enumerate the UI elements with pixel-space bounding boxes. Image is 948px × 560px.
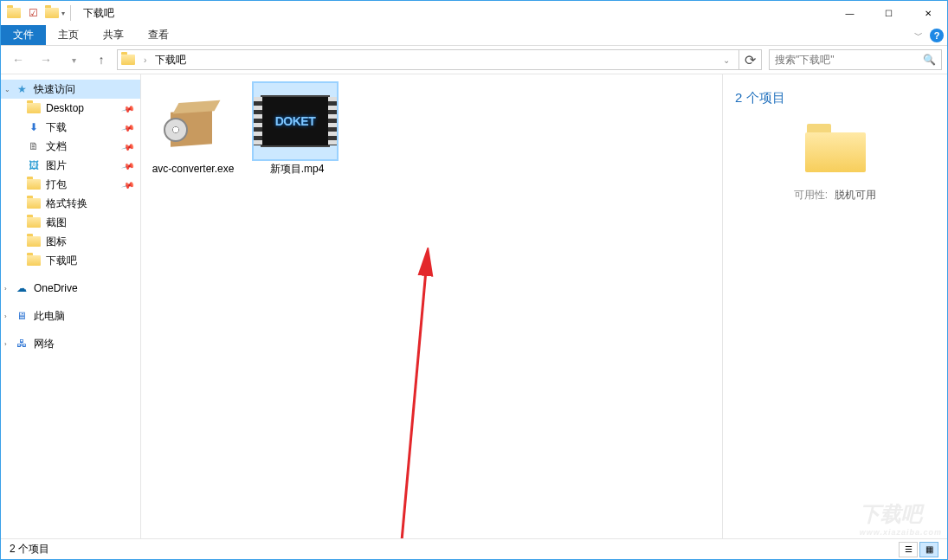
sidebar-label: OneDrive bbox=[34, 282, 78, 294]
video-thumb-text: DOKET bbox=[275, 114, 316, 128]
sidebar-item-pictures[interactable]: 🖼 图片 📌 bbox=[1, 156, 140, 175]
exe-icon bbox=[150, 83, 233, 159]
nav-forward-button: → bbox=[34, 49, 58, 70]
sidebar-label: 此电脑 bbox=[34, 309, 65, 324]
pin-icon: 📌 bbox=[121, 120, 135, 134]
annotation-arrow bbox=[392, 248, 461, 559]
ribbon-tab-file[interactable]: 文件 bbox=[1, 25, 46, 45]
navigation-pane[interactable]: ⌄ ★ 快速访问 Desktop 📌 ⬇ 下载 📌 🗎 文档 📌 🖼 图片 📌 … bbox=[1, 74, 141, 538]
address-bar[interactable]: › 下载吧 ⌄ bbox=[117, 49, 739, 70]
sidebar-item-downloads[interactable]: ⬇ 下载 📌 bbox=[1, 118, 140, 137]
folder-icon bbox=[27, 235, 41, 248]
view-icons-button[interactable]: ▦ bbox=[919, 542, 938, 557]
sidebar-item-label: Desktop bbox=[46, 102, 84, 114]
ribbon-tab-home[interactable]: 主页 bbox=[46, 25, 91, 45]
pin-icon: 📌 bbox=[121, 139, 135, 153]
sidebar-item-label: 格式转换 bbox=[46, 196, 87, 211]
chevron-down-icon[interactable]: ⌄ bbox=[4, 86, 11, 93]
sidebar-item-desktop[interactable]: Desktop 📌 bbox=[1, 99, 140, 118]
sidebar-item-xiazaiba[interactable]: 下载吧 bbox=[1, 251, 140, 270]
folder-icon bbox=[27, 177, 41, 191]
sidebar-item-label: 打包 bbox=[46, 177, 67, 192]
pc-icon: 🖥 bbox=[15, 309, 29, 323]
nav-up-button[interactable]: ↑ bbox=[89, 49, 113, 70]
help-icon[interactable]: ? bbox=[930, 29, 944, 42]
sidebar-item-tubiao[interactable]: 图标 bbox=[1, 232, 140, 251]
cloud-icon: ☁ bbox=[15, 281, 29, 295]
details-availability-value: 脱机可用 bbox=[835, 188, 876, 203]
details-availability-label: 可用性: bbox=[794, 188, 828, 203]
sidebar-item-label: 图片 bbox=[46, 158, 67, 173]
qat-props-icon[interactable]: ☑ bbox=[25, 5, 41, 21]
sidebar-item-label: 下载 bbox=[46, 120, 67, 135]
sidebar-this-pc[interactable]: › 🖥 此电脑 bbox=[1, 306, 140, 325]
download-icon: ⬇ bbox=[27, 120, 41, 134]
file-label: 新项目.mp4 bbox=[254, 163, 340, 177]
qat-dropdown-icon[interactable]: ▾ bbox=[61, 10, 65, 17]
chevron-right-icon[interactable]: › bbox=[4, 285, 11, 293]
address-dropdown-icon[interactable]: ⌄ bbox=[718, 55, 735, 65]
address-path-segment[interactable]: 下载吧 bbox=[155, 53, 186, 68]
document-icon: 🗎 bbox=[27, 139, 41, 153]
ribbon-collapse-icon[interactable]: ﹀ bbox=[914, 29, 923, 42]
sidebar-item-label: 截图 bbox=[46, 216, 67, 230]
pin-icon: 📌 bbox=[121, 177, 135, 191]
window-title: 下载吧 bbox=[83, 6, 114, 21]
file-item-video[interactable]: DOKET 新项目.mp4 bbox=[254, 83, 340, 177]
chevron-right-icon[interactable]: › bbox=[4, 312, 11, 320]
star-icon: ★ bbox=[15, 82, 29, 96]
folder-icon bbox=[121, 53, 135, 67]
network-icon: 🖧 bbox=[15, 337, 29, 351]
sidebar-label: 快速访问 bbox=[34, 82, 75, 97]
file-item-exe[interactable]: avc-converter.exe bbox=[150, 83, 236, 177]
status-bar: 2 个项目 ☰ ▦ bbox=[1, 538, 947, 559]
sidebar-item-dabao[interactable]: 打包 📌 bbox=[1, 175, 140, 194]
sidebar-quick-access[interactable]: ⌄ ★ 快速访问 bbox=[1, 80, 140, 99]
sidebar-item-label: 下载吧 bbox=[46, 254, 77, 268]
chevron-right-icon[interactable]: › bbox=[140, 55, 150, 65]
details-pane: 2 个项目 可用性: 脱机可用 bbox=[722, 74, 947, 538]
refresh-button[interactable]: ⟳ bbox=[739, 49, 762, 70]
maximize-button[interactable]: ☐ bbox=[869, 1, 908, 25]
view-details-button[interactable]: ☰ bbox=[899, 542, 918, 557]
folder-icon bbox=[27, 254, 41, 267]
nav-back-button[interactable]: ← bbox=[6, 49, 30, 70]
file-label: avc-converter.exe bbox=[150, 163, 236, 177]
close-button[interactable]: ✕ bbox=[908, 1, 947, 25]
sidebar-item-jietu[interactable]: 截图 bbox=[1, 213, 140, 232]
folder-icon bbox=[6, 5, 22, 21]
minimize-button[interactable]: — bbox=[830, 1, 869, 25]
details-title: 2 个项目 bbox=[735, 90, 935, 106]
folder-large-icon bbox=[805, 124, 866, 172]
separator bbox=[70, 5, 71, 21]
ribbon-tab-view[interactable]: 查看 bbox=[136, 25, 181, 45]
ribbon-tabs: 文件 主页 共享 查看 ﹀ ? bbox=[1, 25, 947, 46]
video-icon: DOKET bbox=[254, 83, 337, 159]
sidebar-item-documents[interactable]: 🗎 文档 📌 bbox=[1, 137, 140, 156]
nav-recent-button[interactable]: ▾ bbox=[61, 49, 86, 70]
pin-icon: 📌 bbox=[121, 101, 135, 115]
file-list[interactable]: avc-converter.exe DOKET 新项目.mp4 bbox=[141, 74, 722, 538]
picture-icon: 🖼 bbox=[27, 158, 41, 172]
ribbon-tab-share[interactable]: 共享 bbox=[91, 25, 136, 45]
sidebar-item-label: 文档 bbox=[46, 139, 67, 154]
sidebar-item-label: 图标 bbox=[46, 235, 67, 249]
chevron-right-icon[interactable]: › bbox=[4, 340, 11, 348]
status-item-count: 2 个项目 bbox=[10, 542, 49, 557]
main-area: ⌄ ★ 快速访问 Desktop 📌 ⬇ 下载 📌 🗎 文档 📌 🖼 图片 📌 … bbox=[1, 74, 947, 538]
sidebar-network[interactable]: › 🖧 网络 bbox=[1, 334, 140, 353]
sidebar-item-geshi[interactable]: 格式转换 bbox=[1, 194, 140, 213]
address-bar-row: ← → ▾ ↑ › 下载吧 ⌄ ⟳ 🔍 bbox=[1, 46, 947, 74]
folder-icon bbox=[27, 196, 41, 210]
pin-icon: 📌 bbox=[121, 158, 135, 172]
sidebar-onedrive[interactable]: › ☁ OneDrive bbox=[1, 279, 140, 298]
search-input[interactable] bbox=[775, 54, 923, 66]
title-bar: ☑ ▾ 下载吧 — ☐ ✕ bbox=[1, 1, 947, 25]
svg-line-0 bbox=[401, 261, 427, 550]
search-box[interactable]: 🔍 bbox=[769, 49, 942, 70]
search-icon[interactable]: 🔍 bbox=[923, 54, 936, 66]
qat-folder-icon[interactable] bbox=[44, 5, 60, 21]
folder-icon bbox=[27, 216, 41, 229]
folder-icon bbox=[27, 101, 41, 115]
sidebar-label: 网络 bbox=[34, 337, 55, 351]
